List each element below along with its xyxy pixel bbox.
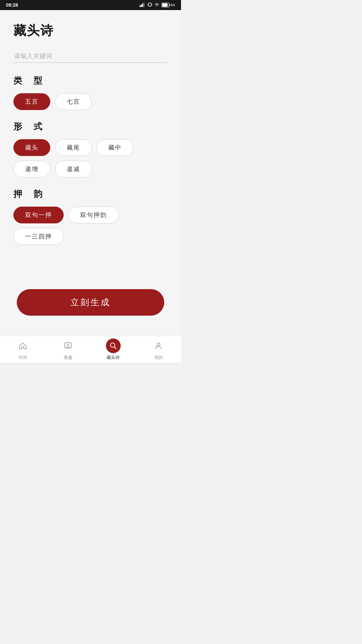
search-icon [106, 338, 121, 353]
nav-label-wode: 我的 [154, 355, 163, 361]
form-btn-zangtou[interactable]: 藏头 [13, 139, 50, 156]
chat-icon [61, 338, 75, 353]
type-btn-qiyan[interactable]: 七言 [55, 93, 92, 110]
svg-rect-4 [148, 3, 151, 6]
rhyme-btn-shuangyiyi[interactable]: 双句一押 [13, 207, 64, 223]
form-btn-dijian2[interactable]: 递减 [55, 161, 92, 177]
form-btn-dijian[interactable]: 递增 [13, 161, 50, 177]
form-btn-group: 藏头 藏尾 藏中 递增 递减 [13, 139, 168, 177]
vibrate-icon [147, 2, 152, 8]
page-title: 藏头诗 [13, 22, 168, 39]
svg-rect-10 [162, 3, 168, 7]
svg-rect-1 [141, 4, 142, 7]
svg-rect-3 [143, 2, 144, 7]
type-btn-group: 五言 七言 [13, 93, 168, 110]
generate-button[interactable]: 立刻生成 [17, 289, 164, 316]
svg-point-16 [157, 343, 160, 346]
form-btn-zangzhong[interactable]: 藏中 [97, 139, 133, 156]
type-btn-wuyan[interactable]: 五言 [13, 93, 50, 110]
nav-label-zangtou: 藏头诗 [107, 355, 120, 361]
bottom-nav: 诗词 雅趣 藏头诗 我的 [0, 336, 181, 363]
nav-item-yaqu[interactable]: 雅趣 [56, 338, 80, 361]
search-wrapper [13, 50, 168, 63]
rhyme-btn-group: 双句一押 双句押韵 一三四押 [13, 207, 168, 245]
nav-item-zangtou[interactable]: 藏头诗 [102, 338, 125, 361]
svg-rect-2 [142, 3, 143, 7]
status-icons: 64 [139, 2, 175, 8]
battery-icon: 64 [162, 3, 175, 7]
nav-label-yaqu: 雅趣 [64, 355, 72, 361]
signal-icon [139, 2, 145, 8]
nav-item-wode[interactable]: 我的 [147, 338, 170, 361]
user-icon [151, 338, 166, 353]
svg-rect-0 [139, 5, 140, 7]
rhyme-btn-yisansi[interactable]: 一三四押 [13, 228, 64, 245]
rhyme-section-title: 押 韵 [13, 188, 168, 200]
form-section-title: 形 式 [13, 121, 168, 132]
form-btn-zangwei[interactable]: 藏尾 [55, 139, 92, 156]
wifi-icon [154, 3, 160, 8]
search-input[interactable] [13, 50, 168, 63]
svg-line-15 [114, 347, 116, 349]
status-bar: 09:28 [0, 0, 181, 10]
battery-level: 64 [171, 3, 175, 7]
rhyme-btn-shuangyun[interactable]: 双句押韵 [68, 207, 119, 223]
type-section-title: 类 型 [13, 75, 168, 87]
main-content: 藏头诗 类 型 五言 七言 形 式 藏头 藏尾 藏中 递增 递减 押 韵 双句一… [0, 10, 181, 336]
status-time: 09:28 [6, 2, 18, 8]
home-icon [15, 338, 30, 353]
nav-item-shici[interactable]: 诗词 [11, 338, 35, 361]
generate-area: 立刻生成 [13, 289, 168, 316]
nav-label-shici: 诗词 [18, 355, 27, 361]
